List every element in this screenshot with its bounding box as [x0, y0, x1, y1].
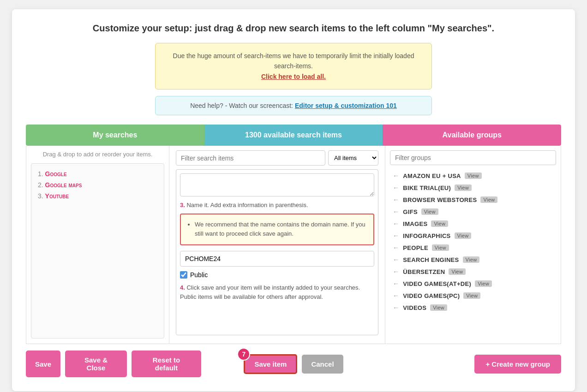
save-item-button[interactable]: Save item — [244, 354, 297, 374]
view-button[interactable]: View — [463, 292, 480, 299]
list-item[interactable]: ← BIKE TRIAL(EU) View — [392, 182, 554, 194]
list-item[interactable]: ← IMAGES View — [392, 218, 554, 230]
group-name: GIFS — [403, 208, 418, 215]
public-checkbox[interactable] — [180, 271, 187, 279]
main-container: Customize your setup: just drag & drop n… — [12, 9, 575, 391]
col-header-available-items: 1300 available search items — [204, 125, 383, 146]
view-button[interactable]: View — [463, 256, 480, 263]
list-item[interactable]: ← AMAZON EU + USA View — [392, 170, 554, 182]
groups-filter-input[interactable] — [390, 150, 556, 165]
view-button[interactable]: View — [455, 184, 472, 191]
save-close-button[interactable]: Save & Close — [65, 350, 127, 377]
item-name-input[interactable] — [180, 251, 374, 267]
cancel-button[interactable]: Cancel — [302, 355, 343, 374]
arrow-icon: ← — [393, 268, 399, 275]
search-input[interactable] — [176, 150, 325, 166]
list-item[interactable]: ← VIDEOS View — [392, 302, 554, 314]
list-item[interactable]: ← INFOGRAPHICS View — [392, 230, 554, 242]
step-badge: 7 — [237, 348, 250, 361]
view-button[interactable]: View — [480, 196, 497, 203]
group-name: PEOPLE — [403, 244, 428, 251]
group-name: BROWSER WEBSTORES — [403, 196, 477, 203]
notice-yellow: Due the huge amount of search-items we h… — [155, 43, 432, 89]
arrow-icon: ← — [393, 208, 399, 215]
col-header-available-groups: Available groups — [383, 125, 561, 146]
groups-list: ← AMAZON EU + USA View ← BIKE TRIAL(EU) … — [390, 170, 556, 314]
arrow-icon: ← — [393, 280, 399, 287]
footer-row: Save Save & Close Reset to default 7 Sav… — [26, 350, 561, 377]
notice-blue: Need help? - Watch our screencast: Edito… — [155, 96, 432, 115]
group-name: ÜBERSETZEN — [403, 268, 445, 275]
items-scroll-area[interactable]: 3. Name it. Add extra information in par… — [176, 169, 378, 335]
list-item[interactable]: ← VIDEO GAMES(AT+DE) View — [392, 278, 554, 290]
notice-yellow-text: Due the huge amount of search-items we h… — [173, 52, 414, 70]
arrow-icon: ← — [393, 184, 399, 191]
view-button[interactable]: View — [475, 280, 492, 287]
columns-body: Drag & drop to add or reorder your items… — [26, 146, 561, 344]
group-name: BIKE TRIAL(EU) — [403, 184, 451, 191]
step4-text: 4. Click save and your item will be inst… — [180, 283, 374, 301]
group-name: IMAGES — [403, 220, 427, 227]
list-item[interactable]: 1. Google — [38, 170, 157, 178]
arrow-icon: ← — [393, 292, 399, 299]
warning-box: We recommend that the name contains the … — [180, 214, 374, 246]
public-row: Public — [180, 271, 374, 279]
col-header-my-searches: My searches — [26, 125, 204, 146]
arrow-icon: ← — [393, 304, 399, 311]
list-item[interactable]: ← VIDEO GAMES(PC) View — [392, 290, 554, 302]
arrow-icon: ← — [393, 256, 399, 263]
load-all-link[interactable]: Click here to load all. — [261, 73, 326, 80]
my-searches-list: 1. Google 2. Google maps 3. Youtube — [31, 163, 164, 339]
list-item[interactable]: ← SEARCH ENGINES View — [392, 254, 554, 266]
group-name: INFOGRAPHICS — [403, 232, 450, 239]
view-button[interactable]: View — [455, 232, 472, 239]
col-available-groups: ← AMAZON EU + USA View ← BIKE TRIAL(EU) … — [385, 146, 561, 344]
save-item-wrapper: 7 Save item — [244, 354, 297, 374]
list-item[interactable]: 2. Google maps — [38, 181, 157, 189]
view-button[interactable]: View — [449, 268, 466, 275]
col-my-searches: Drag & drop to add or reorder your items… — [26, 146, 169, 344]
view-button[interactable]: View — [421, 208, 438, 215]
view-button[interactable]: View — [430, 304, 447, 311]
notice-blue-text: Need help? - Watch our screencast: — [190, 102, 293, 109]
group-name: AMAZON EU + USA — [403, 172, 461, 179]
create-group-button[interactable]: + Create new group — [474, 355, 561, 374]
arrow-icon: ← — [393, 220, 399, 227]
save-button[interactable]: Save — [26, 350, 60, 377]
col-available-items: All items My items Public items 3. Name … — [169, 146, 385, 344]
reset-button[interactable]: Reset to default — [132, 350, 201, 377]
columns-header: My searches 1300 available search items … — [26, 125, 561, 146]
footer-right: + Create new group — [386, 355, 561, 374]
group-name: VIDEOS — [403, 304, 426, 311]
list-item[interactable]: 3. Youtube — [38, 192, 157, 200]
view-button[interactable]: View — [465, 172, 482, 179]
my-searches-subtitle: Drag & drop to add or reorder your items… — [31, 150, 164, 159]
warning-text: We recommend that the name contains the … — [195, 220, 367, 239]
footer-left: Save Save & Close Reset to default — [26, 350, 201, 377]
view-button[interactable]: View — [431, 220, 448, 227]
group-name: SEARCH ENGINES — [403, 256, 459, 263]
list-item[interactable]: ← GIFS View — [392, 206, 554, 218]
page-title: Customize your setup: just drag & drop n… — [26, 23, 561, 34]
arrow-icon: ← — [393, 196, 399, 203]
arrow-icon: ← — [393, 172, 399, 179]
public-label: Public — [190, 271, 208, 279]
arrow-icon: ← — [393, 244, 399, 251]
list-item[interactable]: ← BROWSER WEBSTORES View — [392, 194, 554, 206]
filter-row: All items My items Public items — [176, 150, 378, 166]
arrow-icon: ← — [393, 232, 399, 239]
item-url-input[interactable] — [180, 173, 374, 196]
list-item[interactable]: ← ÜBERSETZEN View — [392, 266, 554, 278]
screencast-link[interactable]: Editor setup & customization 101 — [295, 102, 397, 109]
items-filter-select[interactable]: All items My items Public items — [328, 150, 378, 166]
view-button[interactable]: View — [432, 244, 449, 251]
step3-text: 3. Name it. Add extra information in par… — [180, 201, 374, 210]
list-item[interactable]: ← PEOPLE View — [392, 242, 554, 254]
footer-center: 7 Save item Cancel — [206, 354, 381, 374]
group-name: VIDEO GAMES(AT+DE) — [403, 280, 471, 287]
group-name: VIDEO GAMES(PC) — [403, 292, 460, 299]
